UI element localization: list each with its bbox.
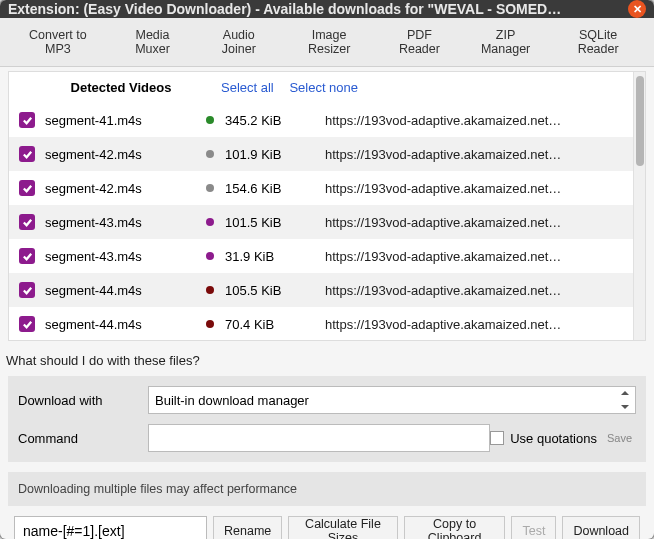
row-status-dot-wrap (195, 218, 225, 226)
check-icon (22, 217, 33, 228)
window-title: Extension: (Easy Video Downloader) - Ava… (8, 1, 620, 17)
rows-container: segment-41.m4s345.2 KiBhttps://193vod-ad… (9, 103, 633, 340)
select-all-link[interactable]: Select all (221, 80, 274, 95)
close-icon: ✕ (633, 3, 642, 16)
check-icon (22, 115, 33, 126)
row-checkbox[interactable] (19, 146, 35, 162)
command-input[interactable] (148, 424, 490, 452)
row-status-dot-wrap (195, 286, 225, 294)
scrollbar-track[interactable] (633, 72, 645, 340)
row-checkbox[interactable] (19, 248, 35, 264)
download-with-value: Built-in download manager (155, 393, 309, 408)
list-header: Detected Videos Select all Select none (9, 72, 633, 103)
calculate-sizes-button[interactable]: Calculate File Sizes (288, 516, 397, 539)
prompt-text: What should I do with these files? (0, 349, 654, 376)
download-button[interactable]: Download (562, 516, 640, 539)
table-row[interactable]: segment-44.m4s105.5 KiBhttps://193vod-ad… (9, 273, 633, 307)
row-checkbox[interactable] (19, 316, 35, 332)
row-status-dot-wrap (195, 252, 225, 260)
row-filename: segment-43.m4s (45, 215, 195, 230)
tool-zip-manager[interactable]: ZIP Manager (463, 24, 548, 60)
row-status-dot-wrap (195, 320, 225, 328)
row-size: 105.5 KiB (225, 283, 325, 298)
command-label: Command (18, 431, 148, 446)
row-size: 101.9 KiB (225, 147, 325, 162)
copy-clipboard-button[interactable]: Copy to Clipboard (404, 516, 506, 539)
row-filename: segment-42.m4s (45, 181, 195, 196)
use-quotations-label: Use quotations (510, 431, 597, 446)
row-url: https://193vod-adaptive.akamaized.net… (325, 283, 623, 298)
select-none-link[interactable]: Select none (289, 80, 358, 95)
download-with-select[interactable]: Built-in download manager (148, 386, 636, 414)
table-row[interactable]: segment-44.m4s70.4 KiBhttps://193vod-ada… (9, 307, 633, 340)
row-status-dot-wrap (195, 116, 225, 124)
row-url: https://193vod-adaptive.akamaized.net… (325, 215, 623, 230)
status-dot-icon (206, 286, 214, 294)
status-dot-icon (206, 218, 214, 226)
warning-bar: Downloading multiple files may affect pe… (8, 472, 646, 506)
row-status-dot-wrap (195, 184, 225, 192)
tool-sqlite-reader[interactable]: SQLite Reader (550, 24, 646, 60)
row-size: 70.4 KiB (225, 317, 325, 332)
table-row[interactable]: segment-43.m4s31.9 KiBhttps://193vod-ada… (9, 239, 633, 273)
row-url: https://193vod-adaptive.akamaized.net… (325, 249, 623, 264)
top-toolbar: Convert to MP3 Media Muxer Audio Joiner … (0, 18, 654, 67)
download-with-label: Download with (18, 393, 148, 408)
row-url: https://193vod-adaptive.akamaized.net… (325, 147, 623, 162)
row-checkbox[interactable] (19, 180, 35, 196)
download-panel: Download with Built-in download manager … (8, 376, 646, 462)
tool-convert-mp3[interactable]: Convert to MP3 (8, 24, 108, 60)
status-dot-icon (206, 320, 214, 328)
check-icon (22, 251, 33, 262)
row-checkbox[interactable] (19, 214, 35, 230)
tool-image-resizer[interactable]: Image Resizer (282, 24, 376, 60)
table-row[interactable]: segment-42.m4s101.9 KiBhttps://193vod-ad… (9, 137, 633, 171)
row-filename: segment-42.m4s (45, 147, 195, 162)
row-filename: segment-44.m4s (45, 317, 195, 332)
row-checkbox[interactable] (19, 282, 35, 298)
list-header-title: Detected Videos (21, 80, 221, 95)
row-size: 154.6 KiB (225, 181, 325, 196)
filename-pattern-input[interactable] (14, 516, 207, 539)
status-dot-icon (206, 252, 214, 260)
check-icon (22, 149, 33, 160)
row-url: https://193vod-adaptive.akamaized.net… (325, 317, 623, 332)
extension-window: Extension: (Easy Video Downloader) - Ava… (0, 0, 654, 539)
save-small-button[interactable]: Save (603, 432, 636, 444)
row-checkbox[interactable] (19, 112, 35, 128)
titlebar: Extension: (Easy Video Downloader) - Ava… (0, 0, 654, 18)
row-filename: segment-43.m4s (45, 249, 195, 264)
status-dot-icon (206, 116, 214, 124)
use-quotations-checkbox[interactable] (490, 431, 504, 445)
test-button[interactable]: Test (511, 516, 556, 539)
status-dot-icon (206, 150, 214, 158)
status-dot-icon (206, 184, 214, 192)
close-button[interactable]: ✕ (628, 0, 646, 18)
table-row[interactable]: segment-43.m4s101.5 KiBhttps://193vod-ad… (9, 205, 633, 239)
row-url: https://193vod-adaptive.akamaized.net… (325, 113, 623, 128)
row-size: 101.5 KiB (225, 215, 325, 230)
check-icon (22, 285, 33, 296)
row-size: 31.9 KiB (225, 249, 325, 264)
tool-pdf-reader[interactable]: PDF Reader (378, 24, 461, 60)
bottom-bar: Rename Calculate File Sizes Copy to Clip… (6, 506, 648, 539)
check-icon (22, 319, 33, 330)
video-list-panel: Detected Videos Select all Select none s… (8, 71, 646, 341)
rename-button[interactable]: Rename (213, 516, 282, 539)
row-filename: segment-44.m4s (45, 283, 195, 298)
tool-audio-joiner[interactable]: Audio Joiner (197, 24, 280, 60)
row-size: 345.2 KiB (225, 113, 325, 128)
scrollbar-thumb[interactable] (636, 76, 644, 166)
row-filename: segment-41.m4s (45, 113, 195, 128)
tool-media-muxer[interactable]: Media Muxer (110, 24, 196, 60)
check-icon (22, 183, 33, 194)
row-url: https://193vod-adaptive.akamaized.net… (325, 181, 623, 196)
row-status-dot-wrap (195, 150, 225, 158)
table-row[interactable]: segment-42.m4s154.6 KiBhttps://193vod-ad… (9, 171, 633, 205)
table-row[interactable]: segment-41.m4s345.2 KiBhttps://193vod-ad… (9, 103, 633, 137)
